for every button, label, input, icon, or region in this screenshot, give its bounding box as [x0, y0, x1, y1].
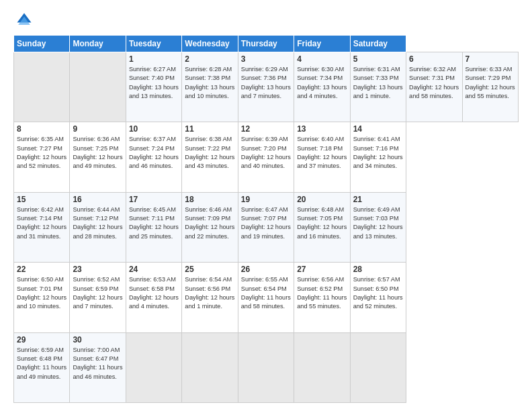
calendar-day: 28Sunrise: 6:57 AMSunset: 6:50 PMDayligh…	[350, 263, 406, 332]
calendar-week-row: 15Sunrise: 6:42 AMSunset: 7:14 PMDayligh…	[14, 192, 519, 262]
header	[13, 11, 519, 30]
day-info: Sunrise: 6:55 AMSunset: 6:54 PMDaylight:…	[241, 275, 291, 311]
day-info: Sunrise: 6:27 AMSunset: 7:40 PMDaylight:…	[129, 65, 179, 101]
calendar-day: 12Sunrise: 6:39 AMSunset: 7:20 PMDayligh…	[238, 122, 294, 192]
day-number: 28	[353, 265, 403, 274]
calendar-empty	[238, 332, 294, 402]
logo-icon	[15, 11, 34, 30]
calendar-day: 29Sunrise: 6:59 AMSunset: 6:48 PMDayligh…	[14, 332, 70, 402]
day-info: Sunrise: 6:47 AMSunset: 7:07 PMDaylight:…	[241, 205, 291, 241]
day-info: Sunrise: 6:54 AMSunset: 6:56 PMDaylight:…	[185, 275, 234, 311]
day-info: Sunrise: 6:33 AMSunset: 7:29 PMDaylight:…	[466, 65, 516, 101]
day-info: Sunrise: 6:46 AMSunset: 7:09 PMDaylight:…	[185, 205, 234, 241]
day-info: Sunrise: 6:36 AMSunset: 7:25 PMDaylight:…	[73, 135, 122, 171]
calendar-day: 8Sunrise: 6:35 AMSunset: 7:27 PMDaylight…	[14, 122, 70, 192]
calendar-day: 24Sunrise: 6:53 AMSunset: 6:58 PMDayligh…	[126, 263, 181, 332]
day-number: 12	[241, 124, 291, 134]
logo	[13, 11, 35, 30]
calendar-empty	[182, 332, 238, 402]
calendar-day: 21Sunrise: 6:49 AMSunset: 7:03 PMDayligh…	[350, 192, 406, 262]
calendar-day: 20Sunrise: 6:48 AMSunset: 7:05 PMDayligh…	[294, 192, 350, 262]
calendar-empty	[126, 332, 181, 402]
calendar-day: 9Sunrise: 6:36 AMSunset: 7:25 PMDaylight…	[70, 122, 126, 192]
calendar-day: 4Sunrise: 6:30 AMSunset: 7:34 PMDaylight…	[294, 52, 350, 122]
calendar-day: 30Sunrise: 7:00 AMSunset: 6:47 PMDayligh…	[70, 332, 126, 402]
weekday-header: Wednesday	[182, 36, 238, 52]
day-number: 7	[466, 54, 516, 64]
calendar-day: 1Sunrise: 6:27 AMSunset: 7:40 PMDaylight…	[126, 52, 181, 122]
day-number: 14	[353, 124, 403, 134]
weekday-header: Thursday	[238, 36, 294, 52]
day-info: Sunrise: 6:53 AMSunset: 6:58 PMDaylight:…	[129, 275, 179, 311]
day-info: Sunrise: 6:32 AMSunset: 7:31 PMDaylight:…	[409, 65, 459, 101]
day-number: 11	[185, 124, 234, 134]
calendar-day: 27Sunrise: 6:56 AMSunset: 6:52 PMDayligh…	[294, 263, 350, 332]
day-number: 4	[297, 54, 347, 64]
weekday-header: Saturday	[350, 36, 406, 52]
day-number: 30	[73, 335, 122, 345]
weekday-header: Friday	[294, 36, 350, 52]
calendar-day: 14Sunrise: 6:41 AMSunset: 7:16 PMDayligh…	[350, 122, 406, 192]
day-number: 13	[297, 124, 347, 134]
calendar-week-row: 8Sunrise: 6:35 AMSunset: 7:27 PMDaylight…	[14, 122, 519, 192]
day-number: 17	[129, 195, 179, 204]
day-info: Sunrise: 6:29 AMSunset: 7:36 PMDaylight:…	[241, 65, 291, 101]
calendar-day: 18Sunrise: 6:46 AMSunset: 7:09 PMDayligh…	[182, 192, 238, 262]
weekday-header: Sunday	[14, 36, 70, 52]
day-number: 23	[73, 265, 122, 274]
day-number: 2	[185, 54, 234, 64]
day-number: 22	[17, 265, 66, 274]
day-info: Sunrise: 6:45 AMSunset: 7:11 PMDaylight:…	[129, 205, 179, 241]
day-info: Sunrise: 6:31 AMSunset: 7:33 PMDaylight:…	[353, 65, 403, 101]
weekday-row: SundayMondayTuesdayWednesdayThursdayFrid…	[14, 36, 519, 52]
day-number: 5	[353, 54, 403, 64]
calendar-week-row: 29Sunrise: 6:59 AMSunset: 6:48 PMDayligh…	[14, 332, 519, 402]
day-number: 26	[241, 265, 291, 274]
day-number: 15	[17, 195, 66, 204]
day-info: Sunrise: 6:28 AMSunset: 7:38 PMDaylight:…	[185, 65, 234, 101]
day-number: 6	[409, 54, 459, 64]
calendar-day: 23Sunrise: 6:52 AMSunset: 6:59 PMDayligh…	[70, 263, 126, 332]
day-info: Sunrise: 6:52 AMSunset: 6:59 PMDaylight:…	[73, 275, 122, 311]
calendar-day: 19Sunrise: 6:47 AMSunset: 7:07 PMDayligh…	[238, 192, 294, 262]
calendar-day: 25Sunrise: 6:54 AMSunset: 6:56 PMDayligh…	[182, 263, 238, 332]
day-info: Sunrise: 6:42 AMSunset: 7:14 PMDaylight:…	[17, 205, 66, 241]
calendar-day: 15Sunrise: 6:42 AMSunset: 7:14 PMDayligh…	[14, 192, 70, 262]
day-info: Sunrise: 6:37 AMSunset: 7:24 PMDaylight:…	[129, 135, 179, 171]
calendar-day: 13Sunrise: 6:40 AMSunset: 7:18 PMDayligh…	[294, 122, 350, 192]
day-number: 18	[185, 195, 234, 204]
calendar-day: 17Sunrise: 6:45 AMSunset: 7:11 PMDayligh…	[126, 192, 181, 262]
day-number: 24	[129, 265, 179, 274]
day-number: 1	[129, 54, 179, 64]
day-info: Sunrise: 6:50 AMSunset: 7:01 PMDaylight:…	[17, 275, 66, 311]
calendar-empty	[70, 52, 126, 122]
calendar-day: 2Sunrise: 6:28 AMSunset: 7:38 PMDaylight…	[182, 52, 238, 122]
day-info: Sunrise: 7:00 AMSunset: 6:47 PMDaylight:…	[73, 346, 122, 381]
day-number: 16	[73, 195, 122, 204]
day-number: 27	[297, 265, 347, 274]
day-info: Sunrise: 6:56 AMSunset: 6:52 PMDaylight:…	[297, 275, 347, 311]
calendar-day: 16Sunrise: 6:44 AMSunset: 7:12 PMDayligh…	[70, 192, 126, 262]
calendar-day: 26Sunrise: 6:55 AMSunset: 6:54 PMDayligh…	[238, 263, 294, 332]
calendar-week-row: 22Sunrise: 6:50 AMSunset: 7:01 PMDayligh…	[14, 263, 519, 332]
day-number: 20	[297, 195, 347, 204]
day-info: Sunrise: 6:30 AMSunset: 7:34 PMDaylight:…	[297, 65, 347, 101]
day-info: Sunrise: 6:40 AMSunset: 7:18 PMDaylight:…	[297, 135, 347, 171]
calendar-day: 22Sunrise: 6:50 AMSunset: 7:01 PMDayligh…	[14, 263, 70, 332]
day-info: Sunrise: 6:35 AMSunset: 7:27 PMDaylight:…	[17, 135, 66, 171]
calendar-table: SundayMondayTuesdayWednesdayThursdayFrid…	[13, 35, 519, 403]
day-number: 29	[17, 335, 66, 345]
calendar-day: 3Sunrise: 6:29 AMSunset: 7:36 PMDaylight…	[238, 52, 294, 122]
day-info: Sunrise: 6:38 AMSunset: 7:22 PMDaylight:…	[185, 135, 234, 171]
calendar-body: 1Sunrise: 6:27 AMSunset: 7:40 PMDaylight…	[14, 52, 519, 403]
day-number: 21	[353, 195, 403, 204]
weekday-header: Monday	[70, 36, 126, 52]
calendar-day: 10Sunrise: 6:37 AMSunset: 7:24 PMDayligh…	[126, 122, 181, 192]
calendar-day: 6Sunrise: 6:32 AMSunset: 7:31 PMDaylight…	[406, 52, 462, 122]
calendar-header: SundayMondayTuesdayWednesdayThursdayFrid…	[14, 36, 519, 52]
day-info: Sunrise: 6:57 AMSunset: 6:50 PMDaylight:…	[353, 275, 403, 311]
day-info: Sunrise: 6:41 AMSunset: 7:16 PMDaylight:…	[353, 135, 403, 171]
calendar-day: 5Sunrise: 6:31 AMSunset: 7:33 PMDaylight…	[350, 52, 406, 122]
calendar-empty	[294, 332, 350, 402]
day-info: Sunrise: 6:44 AMSunset: 7:12 PMDaylight:…	[73, 205, 122, 241]
